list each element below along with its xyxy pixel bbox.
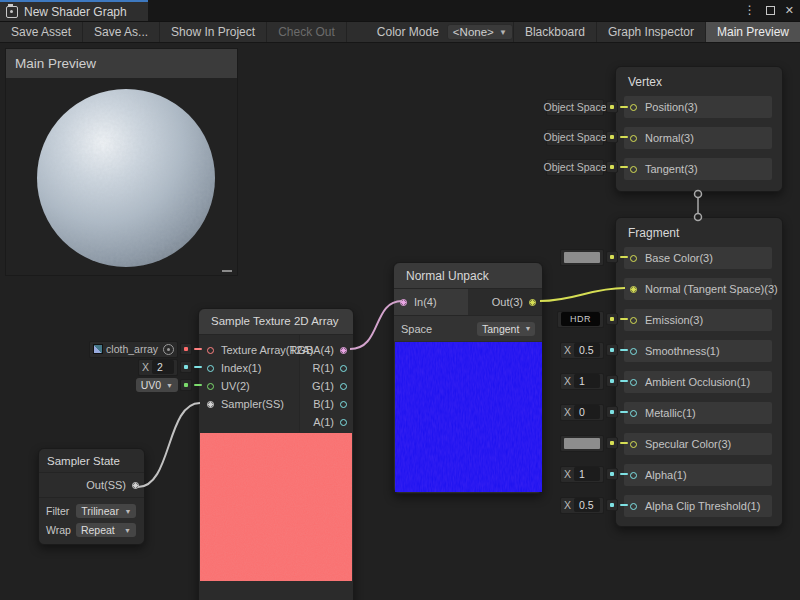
port-row-g[interactable]: G(1) — [312, 377, 347, 395]
color-mode-dropdown[interactable]: <None> ▼ — [447, 24, 513, 40]
save-asset-button[interactable]: Save Asset — [0, 22, 83, 42]
port-row-rgba[interactable]: RGBA(4) — [289, 341, 347, 359]
metallic-port[interactable] — [630, 410, 637, 417]
port-row-uv[interactable]: UV(2) — [199, 377, 250, 395]
metallic-widget[interactable]: X0 — [560, 403, 628, 421]
graph-canvas[interactable]: Main Preview Vertex Position(3) Normal(3… — [0, 43, 800, 600]
port-row-ambient-occlusion[interactable]: Ambient Occlusion(1) — [624, 371, 772, 393]
normal-port[interactable] — [630, 135, 637, 142]
port-row-a[interactable]: A(1) — [313, 413, 347, 431]
graph-inspector-toggle[interactable]: Graph Inspector — [596, 22, 705, 42]
connector-dot[interactable] — [180, 379, 192, 391]
space-dropdown[interactable]: Tangent▼ — [477, 322, 535, 336]
window-menu-icon[interactable]: ⋮ — [744, 4, 756, 16]
position-port[interactable] — [630, 104, 637, 111]
uv-port[interactable] — [207, 383, 214, 390]
normal-unpack-node[interactable]: Normal Unpack In(4) Out(3) Space Tangent… — [393, 262, 543, 494]
object-picker-icon[interactable] — [163, 344, 174, 355]
port-row-normal-ts[interactable]: Normal (Tangent Space)(3) — [624, 278, 772, 300]
fragment-node[interactable]: Fragment Base Color(3) Normal (Tangent S… — [615, 217, 783, 527]
sampler-port[interactable] — [207, 401, 214, 408]
connector-dot[interactable] — [606, 131, 618, 143]
rgba-port[interactable] — [340, 347, 347, 354]
out-port[interactable] — [529, 299, 536, 306]
port-row-alpha[interactable]: Alpha(1) — [624, 464, 772, 486]
port-row-r[interactable]: R(1) — [313, 359, 347, 377]
normal-ts-port[interactable] — [630, 286, 637, 293]
smoothness-widget[interactable]: X0.5 — [560, 341, 628, 359]
connector-dot[interactable] — [606, 161, 618, 173]
alpha-port[interactable] — [630, 472, 637, 479]
base-color-widget[interactable] — [560, 248, 628, 266]
float-field[interactable]: 2 — [152, 360, 174, 374]
texture-array-port[interactable] — [207, 347, 214, 354]
port-row-tangent[interactable]: Tangent(3) — [624, 158, 772, 180]
panel-resize-handle[interactable] — [222, 270, 232, 272]
port-row-smoothness[interactable]: Smoothness(1) — [624, 340, 772, 362]
port-row-metallic[interactable]: Metallic(1) — [624, 402, 772, 424]
connector-dot[interactable] — [606, 344, 618, 356]
position-space-widget[interactable]: Object Space — [546, 98, 628, 116]
filter-dropdown[interactable]: Trilinear▼ — [76, 504, 136, 518]
color-swatch[interactable] — [564, 438, 600, 449]
port-row-base-color[interactable]: Base Color(3) — [624, 247, 772, 269]
connector-dot[interactable] — [606, 375, 618, 387]
wrap-dropdown[interactable]: Repeat▼ — [76, 523, 136, 537]
connector-dot[interactable] — [606, 406, 618, 418]
float-field[interactable]: 0 — [574, 405, 600, 419]
connector-dot[interactable] — [606, 499, 618, 511]
port-row-out[interactable]: Out(3) — [492, 289, 536, 315]
connector-dot[interactable] — [606, 468, 618, 480]
tab-new-shader-graph[interactable]: New Shader Graph — [0, 0, 148, 21]
close-icon[interactable]: ✕ — [785, 5, 794, 16]
smoothness-port[interactable] — [630, 348, 637, 355]
port-row-emission[interactable]: Emission(3) — [624, 309, 772, 331]
cloth-array-texture-widget[interactable]: cloth_array — [89, 340, 202, 358]
index-widget[interactable]: X2 — [138, 358, 202, 376]
port-row-specular-color[interactable]: Specular Color(3) — [624, 433, 772, 455]
port-row-alpha-clip[interactable]: Alpha Clip Threshold(1) — [624, 495, 772, 517]
port-row-sampler[interactable]: Sampler(SS) — [199, 395, 284, 413]
a-port[interactable] — [340, 419, 347, 426]
port-row-position[interactable]: Position(3) — [624, 96, 772, 118]
uv-dropdown[interactable]: UV0▼ — [136, 378, 178, 392]
float-field[interactable]: 1 — [574, 467, 600, 481]
specular-color-port[interactable] — [630, 441, 637, 448]
port-row-out-ss[interactable]: Out(SS) — [39, 472, 144, 498]
maximize-icon[interactable] — [766, 6, 775, 15]
port-row-normal[interactable]: Normal(3) — [624, 127, 772, 149]
b-port[interactable] — [340, 401, 347, 408]
save-as-button[interactable]: Save As... — [83, 22, 160, 42]
connector-dot[interactable] — [180, 361, 192, 373]
alpha-clip-port[interactable] — [630, 503, 637, 510]
main-preview-panel[interactable]: Main Preview — [5, 48, 238, 276]
connector-dot[interactable] — [606, 251, 618, 263]
float-field[interactable]: 1 — [574, 374, 600, 388]
emission-widget[interactable]: HDR — [557, 310, 628, 328]
vertex-node[interactable]: Vertex Position(3) Normal(3) Tangent(3) — [615, 66, 783, 192]
alpha-widget[interactable]: X1 — [560, 465, 628, 483]
r-port[interactable] — [340, 365, 347, 372]
hdr-color-swatch[interactable]: HDR — [561, 312, 600, 326]
index-port[interactable] — [207, 365, 214, 372]
show-in-project-button[interactable]: Show In Project — [160, 22, 267, 42]
blackboard-toggle[interactable]: Blackboard — [513, 22, 596, 42]
connector-dot[interactable] — [606, 313, 618, 325]
g-port[interactable] — [340, 383, 347, 390]
connector-dot[interactable] — [606, 101, 618, 113]
sampler-state-node[interactable]: Sampler State Out(SS) Filter Trilinear▼ … — [38, 448, 145, 545]
color-swatch[interactable] — [564, 252, 600, 263]
tangent-space-widget[interactable]: Object Space — [546, 158, 628, 176]
port-row-index[interactable]: Index(1) — [199, 359, 261, 377]
specular-color-widget[interactable] — [560, 434, 628, 452]
uv-channel-widget[interactable]: UV0▼ — [136, 376, 202, 394]
float-field[interactable]: 0.5 — [574, 343, 600, 357]
float-field[interactable]: 0.5 — [574, 498, 600, 512]
base-color-port[interactable] — [630, 255, 637, 262]
ambient-occlusion-widget[interactable]: X1 — [560, 372, 628, 390]
normal-space-widget[interactable]: Object Space — [546, 128, 628, 146]
port-row-b[interactable]: B(1) — [313, 395, 347, 413]
emission-port[interactable] — [630, 317, 637, 324]
in-port[interactable] — [400, 299, 407, 306]
alpha-clip-widget[interactable]: X0.5 — [560, 496, 628, 514]
